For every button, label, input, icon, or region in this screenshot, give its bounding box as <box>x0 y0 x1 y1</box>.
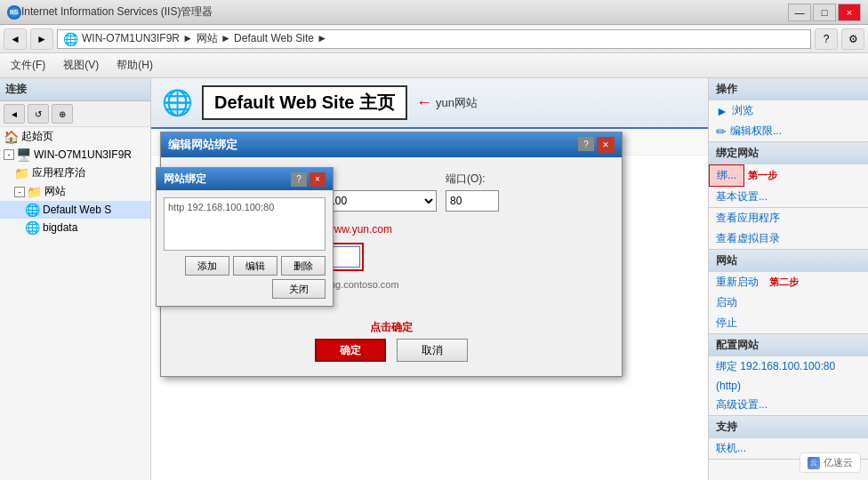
outer-remove-btn[interactable]: 删除 <box>281 256 326 276</box>
step-two-row: 重新启动 第二步 <box>709 272 868 292</box>
maximize-button[interactable]: □ <box>813 4 836 21</box>
menu-view[interactable]: 视图(V) <box>60 56 102 75</box>
forward-button[interactable]: ► <box>30 28 53 50</box>
expand-sites[interactable]: - <box>14 187 25 197</box>
content-area: 🌐 Default Web Site 主页 ← yun网站 类型 http 网站… <box>151 78 708 480</box>
view-apps-label: 查看应用程序 <box>716 211 780 226</box>
outer-close-row: 关闭 <box>164 279 326 299</box>
right-action-start[interactable]: 启动 <box>709 292 868 313</box>
right-header-actions: 操作 <box>709 78 868 100</box>
right-action-view-apps[interactable]: 查看应用程序 <box>709 208 868 228</box>
menu-file[interactable]: 文件(F) <box>7 56 49 75</box>
start-label: 启动 <box>716 295 737 310</box>
apppool-icon: 📁 <box>14 166 29 180</box>
bind-label: 绑... <box>717 168 736 183</box>
cancel-button[interactable]: 取消 <box>397 339 468 362</box>
server-label: WIN-O7M1UN3IF9R <box>34 148 132 161</box>
site-title: Default Web Site 主页 <box>214 92 395 112</box>
close-button[interactable]: × <box>838 4 861 21</box>
right-action-bind[interactable]: 绑... <box>709 164 744 187</box>
dialog-titlebar-controls[interactable]: ? × <box>578 137 615 153</box>
sidebar-header: 连接 <box>0 78 150 101</box>
watermark-label: 亿速云 <box>824 456 853 469</box>
right-action-restart[interactable]: 重新启动 <box>709 272 766 292</box>
online-label: 联机... <box>716 441 746 456</box>
browse-icon: ► <box>716 104 728 118</box>
help-button[interactable]: ? <box>815 28 838 50</box>
dialog-buttons-section: 点击确定 确定 取消 <box>161 306 622 376</box>
browse-label: 浏览 <box>732 103 753 118</box>
right-action-binding-ip[interactable]: 绑定 192.168.100.100:80 <box>709 356 868 377</box>
sidebar-refresh-btn[interactable]: ↺ <box>28 104 49 124</box>
step-one-row: 绑... 第一步 <box>709 164 868 187</box>
sites-icon: 📁 <box>27 185 42 199</box>
right-action-edit-permissions[interactable]: ✏ 编辑权限... <box>709 121 868 141</box>
outer-dialog-close-btn[interactable]: × <box>309 172 326 187</box>
bigdata-label: bigdata <box>43 221 77 234</box>
outer-edit-btn[interactable]: 编辑 <box>233 256 277 276</box>
settings-button[interactable]: ⚙ <box>841 28 864 50</box>
sidebar-item-home[interactable]: 🏠 起始页 <box>0 127 150 146</box>
dialog-help-btn[interactable]: ? <box>578 137 594 151</box>
form-group-port: 端口(O): <box>446 172 499 212</box>
sidebar-toolbar: ◄ ↺ ⊕ <box>0 101 150 127</box>
toolbar: ◄ ► 🌐 WIN-O7M1UN3IF9R ► 网站 ► Default Web… <box>0 25 868 53</box>
right-action-stop[interactable]: 停止 <box>709 313 868 333</box>
title-bar: IIS Internet Information Services (IIS)管… <box>0 0 868 25</box>
right-section-actions: 操作 ► 浏览 ✏ 编辑权限... <box>709 78 868 142</box>
right-header-configure: 配置网站 <box>709 334 868 356</box>
apppool-label: 应用程序治 <box>32 165 85 180</box>
sidebar-item-apppool[interactable]: 📁 应用程序治 <box>0 164 150 182</box>
right-header-support: 支持 <box>709 416 868 438</box>
window-controls[interactable]: — □ × <box>788 4 861 21</box>
home-label: 起始页 <box>21 129 53 144</box>
outer-add-btn[interactable]: 添加 <box>185 256 229 276</box>
menu-help[interactable]: 帮助(H) <box>113 56 157 75</box>
content-header: 🌐 Default Web Site 主页 ← yun网站 <box>151 78 708 129</box>
outer-close-btn[interactable]: 关闭 <box>272 279 326 299</box>
sidebar-add-btn[interactable]: ⊕ <box>52 104 73 124</box>
right-header-bind: 绑定网站 <box>709 142 868 164</box>
dialog-title: 编辑网站绑定 <box>168 137 237 153</box>
window-title: Internet Information Services (IIS)管理器 <box>21 4 788 20</box>
default-site-icon: 🌐 <box>25 203 40 217</box>
site-globe-icon: 🌐 <box>162 88 193 117</box>
outer-dialog-buttons: 添加 编辑 删除 <box>164 256 326 276</box>
sidebar-item-server[interactable]: - 🖥️ WIN-O7M1UN3IF9R <box>0 146 150 164</box>
outer-dialog-help-btn[interactable]: ? <box>291 172 307 187</box>
sidebar-item-default-web-site[interactable]: 🌐 Default Web S <box>0 201 150 219</box>
outer-dialog-title: 网站绑定 <box>164 172 206 187</box>
minimize-button[interactable]: — <box>788 4 811 21</box>
left-arrow-icon: ← <box>416 93 432 112</box>
sidebar-item-sites[interactable]: - 📁 网站 <box>0 182 150 201</box>
edit-perm-label: 编辑权限... <box>730 124 782 139</box>
expand-server[interactable]: - <box>4 149 14 160</box>
right-action-binding-http: (http) <box>709 377 868 395</box>
binding-http-label: (http) <box>716 380 741 392</box>
right-action-basic-settings[interactable]: 基本设置... <box>709 187 868 207</box>
right-action-view-vdirs[interactable]: 查看虚拟目录 <box>709 228 868 249</box>
back-button[interactable]: ◄ <box>4 28 27 50</box>
right-action-advanced-settings[interactable]: 高级设置... <box>709 395 868 415</box>
site-title-box: Default Web Site 主页 <box>202 85 407 120</box>
annotation-yun: ← yun网站 <box>416 93 478 112</box>
address-text: WIN-O7M1UN3IF9R ► 网站 ► Default Web Site … <box>82 31 327 46</box>
ok-button[interactable]: 确定 <box>315 339 386 362</box>
binding-list: http 192.168.100.100:80 <box>164 197 326 251</box>
menu-bar: 文件(F) 视图(V) 帮助(H) <box>0 53 868 78</box>
right-action-browse[interactable]: ► 浏览 <box>709 100 868 121</box>
port-input[interactable] <box>446 190 499 212</box>
dialog-close-btn[interactable]: × <box>597 137 615 153</box>
sidebar-item-bigdata[interactable]: 🌐 bigdata <box>0 219 150 236</box>
step-two-label: 第二步 <box>769 276 799 289</box>
view-vdirs-label: 查看虚拟目录 <box>716 231 780 246</box>
right-section-app: 查看应用程序 查看虚拟目录 <box>709 208 868 250</box>
sidebar-back-btn[interactable]: ◄ <box>4 104 25 124</box>
right-section-configure: 配置网站 绑定 192.168.100.100:80 (http) 高级设置..… <box>709 334 868 416</box>
watermark-icon: 云 <box>808 457 820 469</box>
home-icon: 🏠 <box>4 130 19 144</box>
watermark: 云 亿速云 <box>800 452 861 473</box>
edit-perm-icon: ✏ <box>716 124 727 139</box>
outer-dialog: 网站绑定 ? × http 192.168.100.100:80 添加 编辑 删… <box>156 167 334 307</box>
outer-dialog-controls[interactable]: ? × <box>291 172 326 187</box>
